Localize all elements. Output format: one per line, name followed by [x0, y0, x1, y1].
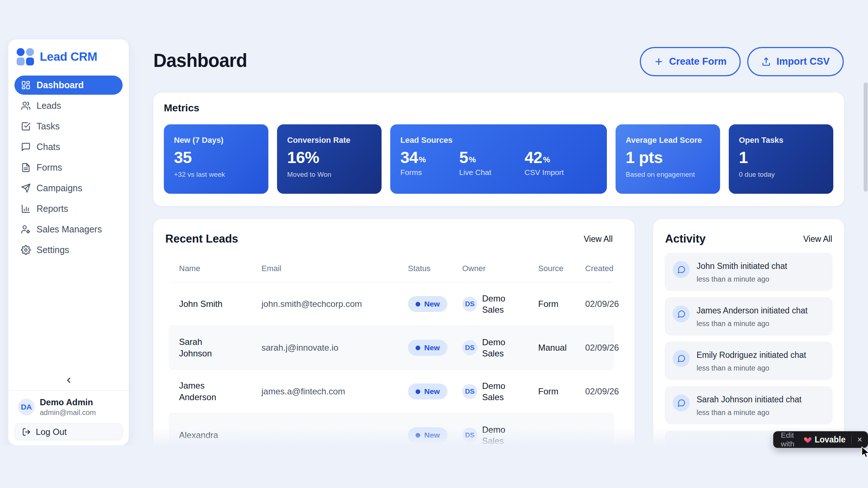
- table-row[interactable]: James Anderson james.a@fintech.com New D…: [169, 369, 614, 413]
- upload-icon: [761, 57, 771, 67]
- table-row[interactable]: John Smith john.smith@techcorp.com New D…: [169, 282, 614, 326]
- activity-item[interactable]: Sarah Johnson initiated chat less than a…: [665, 386, 833, 424]
- status-dot: [416, 389, 420, 394]
- metric-title: Conversion Rate: [287, 136, 371, 145]
- stat-live-chat: 5 % Live Chat: [459, 148, 492, 177]
- lovable-heart-icon: [804, 436, 812, 444]
- sidebar-item-dashboard[interactable]: Dashboard: [14, 76, 123, 95]
- metric-caption: 0 due today: [739, 171, 823, 179]
- table-row[interactable]: Alexandra New DS Demo Sales: [169, 413, 614, 445]
- stat-unit: %: [543, 155, 550, 164]
- metric-card-lead-sources: Lead Sources 34 % Forms 5 %: [390, 124, 607, 194]
- mouse-cursor: [861, 446, 868, 460]
- stat-csv-import: 42 % CSV Import: [524, 148, 564, 177]
- metric-card-average-lead-score: Average Lead Score 1 pts Based on engage…: [616, 124, 720, 194]
- sidebar-item-chats[interactable]: Chats: [14, 137, 123, 157]
- activity-item[interactable]: Emily Rodriguez initiated chat less than…: [665, 342, 833, 380]
- sidebar-item-tasks[interactable]: Tasks: [14, 117, 123, 136]
- stat-value-row: 42 %: [524, 148, 564, 167]
- import-csv-label: Import CSV: [776, 56, 830, 67]
- activity-item-time: less than a minute ago: [697, 320, 808, 328]
- activity-content: Sarah Johnson initiated chat less than a…: [697, 393, 801, 417]
- logout-label: Log Out: [36, 427, 67, 437]
- close-icon[interactable]: ×: [852, 431, 868, 448]
- status-badge: New: [408, 427, 447, 443]
- column-header-name: Name: [179, 264, 261, 273]
- recent-leads-card: Recent Leads View All Name Email Status …: [153, 219, 634, 445]
- status-badge: New: [408, 340, 447, 356]
- metric-value: 16%: [287, 148, 371, 167]
- column-header-created: Created: [585, 264, 614, 273]
- sidebar-item-label: Chats: [37, 142, 60, 152]
- activity-item-time: less than a minute ago: [697, 275, 787, 283]
- column-header-source: Source: [538, 264, 585, 273]
- import-csv-button[interactable]: Import CSV: [747, 47, 844, 76]
- sidebar-item-label: Settings: [37, 245, 69, 255]
- metric-value: 1 pts: [626, 148, 710, 167]
- table-row[interactable]: Sarah Johnson sarah.j@innovate.io New DS…: [169, 326, 614, 369]
- metric-title: Open Tasks: [739, 136, 823, 145]
- sidebar-item-leads[interactable]: Leads: [14, 96, 123, 115]
- avatar: DA: [18, 399, 35, 415]
- crm-dashboard-screen: { "page": { "title": "Dashboard" }, "col…: [0, 0, 868, 488]
- activity-item[interactable]: James Anderson initiated chat less than …: [665, 297, 833, 335]
- sidebar-item-campaigns[interactable]: Campaigns: [14, 179, 123, 198]
- stat-value: 42: [524, 148, 542, 167]
- activity-item-time: less than a minute ago: [697, 364, 806, 372]
- lead-created: 02/09/26: [585, 386, 619, 397]
- activity-card: Activity View All John Smith initiated c…: [653, 219, 844, 445]
- vertical-scrollbar-thumb[interactable]: [864, 82, 868, 192]
- sidebar-item-forms[interactable]: Forms: [14, 158, 123, 177]
- lead-owner-cell: DS Demo Sales: [462, 337, 538, 359]
- activity-item[interactable]: John Smith initiated chat less than a mi…: [665, 253, 833, 291]
- metric-caption: +32 vs last week: [174, 171, 258, 179]
- owner-name: Demo Sales: [482, 337, 516, 359]
- lead-owner-cell: DS Demo Sales: [462, 380, 538, 403]
- lead-created: 02/09/26: [585, 343, 619, 353]
- stat-label: Forms: [400, 168, 426, 177]
- status-badge: New: [408, 384, 447, 399]
- recent-leads-title: Recent Leads: [165, 232, 238, 245]
- activity-content: James Anderson initiated chat less than …: [697, 304, 808, 328]
- sidebar-item-reports[interactable]: Reports: [14, 199, 123, 218]
- lead-email: john.smith@techcorp.com: [261, 299, 408, 309]
- sidebar-item-sales-managers[interactable]: Sales Managers: [14, 220, 123, 239]
- gear-icon: [21, 245, 31, 255]
- sidebar-item-settings[interactable]: Settings: [14, 240, 123, 260]
- header-actions: Create Form Import CSV: [640, 47, 844, 76]
- metric-caption: Based on engagement: [626, 171, 710, 179]
- logo-dot: [17, 57, 25, 65]
- status-dot: [416, 302, 420, 307]
- logout-button[interactable]: Log Out: [14, 423, 123, 440]
- owner-name: Demo Sales: [482, 424, 516, 445]
- chevron-left-icon: [64, 376, 73, 385]
- lead-status-cell: New: [408, 296, 462, 312]
- brand: Lead CRM: [14, 48, 123, 65]
- sidebar-item-label: Sales Managers: [37, 224, 102, 235]
- activity-item-time: less than a minute ago: [697, 408, 801, 417]
- activity-content: John Smith initiated chat less than a mi…: [697, 260, 787, 283]
- user-info: Demo Admin admin@mail.com: [40, 397, 96, 417]
- activity-item-title: Sarah Johnson initiated chat: [697, 395, 801, 404]
- stat-forms: 34 % Forms: [400, 148, 426, 177]
- lovable-edit-badge[interactable]: Edit with Lovable ×: [773, 431, 868, 448]
- recent-leads-header: Recent Leads View All: [153, 219, 634, 246]
- stat-label: Live Chat: [459, 168, 492, 177]
- file-text-icon: [21, 163, 31, 172]
- lead-owner-cell: DS Demo Sales: [462, 293, 538, 315]
- activity-view-all-link[interactable]: View All: [803, 234, 832, 244]
- sidebar-collapse-button[interactable]: [64, 376, 73, 385]
- logo-dot: [26, 57, 34, 65]
- metric-card-new-7-days: New (7 Days) 35 +32 vs last week: [164, 124, 268, 194]
- check-square-icon: [21, 121, 31, 131]
- lead-status-cell: New: [408, 384, 462, 399]
- recent-leads-view-all-link[interactable]: View All: [584, 234, 613, 244]
- lead-name: John Smith: [179, 298, 222, 310]
- stat-value: 5: [459, 148, 468, 167]
- metric-card-open-tasks: Open Tasks 1 0 due today: [729, 124, 833, 194]
- sidebar-item-label: Reports: [37, 204, 68, 214]
- lead-crm-logo-icon: [17, 48, 34, 65]
- create-form-button[interactable]: Create Form: [640, 47, 741, 76]
- lead-name-cell: Alexandra: [179, 429, 261, 441]
- metric-value: 1: [739, 148, 823, 167]
